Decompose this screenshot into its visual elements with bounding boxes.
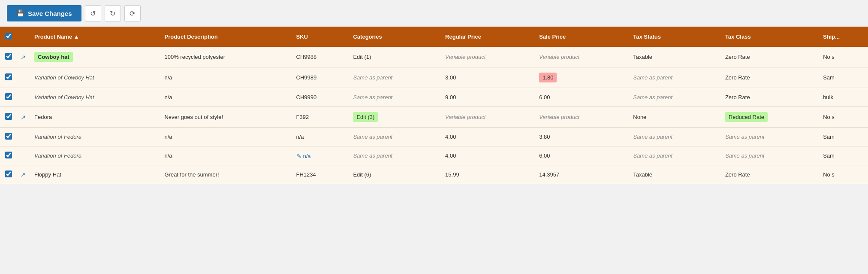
- ship-label: Ship...: [823, 33, 840, 40]
- row-product-name: Variation of Fedora: [29, 128, 159, 146]
- row-check-cell: [0, 146, 17, 165]
- tax-status-label: Tax Status: [633, 33, 661, 40]
- row-categories: Same as parent: [348, 146, 440, 165]
- row-checkbox[interactable]: [5, 113, 12, 120]
- product-name-value: Cowboy hat: [34, 52, 73, 62]
- external-link-icon[interactable]: ↗: [21, 171, 26, 178]
- header-link: [17, 27, 29, 47]
- product-name-value: Variation of Cowboy Hat: [34, 94, 94, 100]
- products-table: Product Name ▲ Product Description SKU C…: [0, 27, 868, 184]
- row-sku: CH9989: [291, 67, 348, 88]
- sale-price-value: Variable product: [539, 114, 579, 120]
- row-checkbox[interactable]: [5, 93, 12, 100]
- save-button[interactable]: 💾 Save Changes: [7, 5, 81, 21]
- select-all-checkbox[interactable]: [5, 33, 12, 40]
- row-product-name: Fedora: [29, 107, 159, 128]
- row-checkbox[interactable]: [5, 73, 12, 80]
- tax-class-value[interactable]: Reduced Rate: [725, 112, 768, 122]
- external-link-icon[interactable]: ↗: [21, 54, 26, 61]
- row-product-name: Variation of Cowboy Hat: [29, 67, 159, 88]
- row-tax-class: Zero Rate: [720, 165, 818, 184]
- row-check-cell: [0, 67, 17, 88]
- row-product-name: Variation of Cowboy Hat: [29, 88, 159, 107]
- row-sku: n/a: [291, 128, 348, 146]
- row-ship: No s: [818, 107, 868, 128]
- row-regular-price: 4.00: [440, 128, 534, 146]
- product-description-label: Product Description: [164, 33, 217, 40]
- tax-status-value: Same as parent: [633, 94, 672, 100]
- row-sale-price: 6.00: [534, 88, 628, 107]
- row-link-cell: ↗: [17, 47, 29, 67]
- row-checkbox[interactable]: [5, 53, 12, 60]
- row-link-cell: [17, 146, 29, 165]
- row-sku: FH1234: [291, 165, 348, 184]
- header-regular-price[interactable]: Regular Price: [440, 27, 534, 47]
- row-tax-status: Same as parent: [628, 128, 720, 146]
- header-sku[interactable]: SKU: [291, 27, 348, 47]
- product-name-value: Variation of Cowboy Hat: [34, 74, 94, 81]
- row-check-cell: [0, 165, 17, 184]
- undo-button[interactable]: ↺: [85, 5, 101, 21]
- row-sale-price: Variable product: [534, 107, 628, 128]
- row-sku: ✎ n/a: [291, 146, 348, 165]
- product-name-value: Variation of Fedora: [34, 134, 81, 140]
- tax-class-value: Same as parent: [725, 152, 765, 159]
- categories-value[interactable]: Edit (3): [353, 112, 378, 122]
- row-categories: Edit (1): [348, 47, 440, 67]
- row-checkbox[interactable]: [5, 152, 12, 158]
- header-check[interactable]: [0, 27, 17, 47]
- row-product-description: n/a: [159, 88, 291, 107]
- refresh-button[interactable]: ⟳: [124, 5, 141, 21]
- header-product-name[interactable]: Product Name ▲: [29, 27, 159, 47]
- row-checkbox[interactable]: [5, 133, 12, 140]
- row-ship: Sam: [818, 146, 868, 165]
- sale-price-value: Variable product: [539, 54, 579, 60]
- row-regular-price: 9.00: [440, 88, 534, 107]
- row-tax-status: Taxable: [628, 165, 720, 184]
- redo-button[interactable]: ↻: [105, 5, 121, 21]
- row-ship: Sam: [818, 128, 868, 146]
- row-product-name: Variation of Fedora: [29, 146, 159, 165]
- row-tax-status: Same as parent: [628, 88, 720, 107]
- regular-price-value: Variable product: [445, 54, 485, 60]
- row-check-cell: [0, 47, 17, 67]
- row-link-cell: [17, 88, 29, 107]
- row-check-cell: [0, 128, 17, 146]
- header-sale-price[interactable]: Sale Price: [534, 27, 628, 47]
- row-ship: No s: [818, 165, 868, 184]
- external-link-icon[interactable]: ↗: [21, 114, 26, 121]
- tax-status-value: Same as parent: [633, 74, 672, 81]
- row-tax-class: Same as parent: [720, 146, 818, 165]
- row-product-description: n/a: [159, 146, 291, 165]
- product-name-value: Variation of Fedora: [34, 152, 81, 159]
- table-row: ↗Floppy HatGreat for the summer!FH1234Ed…: [0, 165, 868, 184]
- floppy-disk-icon: 💾: [16, 9, 24, 17]
- row-link-cell: ↗: [17, 165, 29, 184]
- row-categories[interactable]: Edit (3): [348, 107, 440, 128]
- row-regular-price: Variable product: [440, 47, 534, 67]
- row-link-cell: ↗: [17, 107, 29, 128]
- redo-icon: ↻: [110, 9, 115, 18]
- row-product-description: 100% recycled polyester: [159, 47, 291, 67]
- row-tax-status: Same as parent: [628, 67, 720, 88]
- header-product-description[interactable]: Product Description: [159, 27, 291, 47]
- row-link-cell: [17, 128, 29, 146]
- sku-edit-icon[interactable]: ✎: [296, 152, 303, 159]
- regular-price-label: Regular Price: [445, 33, 481, 40]
- table-row: Variation of Fedoran/a✎ n/aSame as paren…: [0, 146, 868, 165]
- row-tax-status: Same as parent: [628, 146, 720, 165]
- sku-link[interactable]: n/a: [303, 153, 310, 159]
- header-tax-status[interactable]: Tax Status: [628, 27, 720, 47]
- row-ship: No s: [818, 47, 868, 67]
- row-regular-price: 4.00: [440, 146, 534, 165]
- row-checkbox[interactable]: [5, 170, 12, 177]
- header-tax-class[interactable]: Tax Class: [720, 27, 818, 47]
- row-tax-class: Zero Rate: [720, 67, 818, 88]
- sale-price-value: 1.80: [539, 73, 557, 82]
- categories-value: Same as parent: [353, 94, 392, 100]
- tax-status-value: Same as parent: [633, 134, 672, 140]
- header-categories[interactable]: Categories: [348, 27, 440, 47]
- row-tax-class: Same as parent: [720, 128, 818, 146]
- row-tax-class[interactable]: Reduced Rate: [720, 107, 818, 128]
- row-categories: Edit (6): [348, 165, 440, 184]
